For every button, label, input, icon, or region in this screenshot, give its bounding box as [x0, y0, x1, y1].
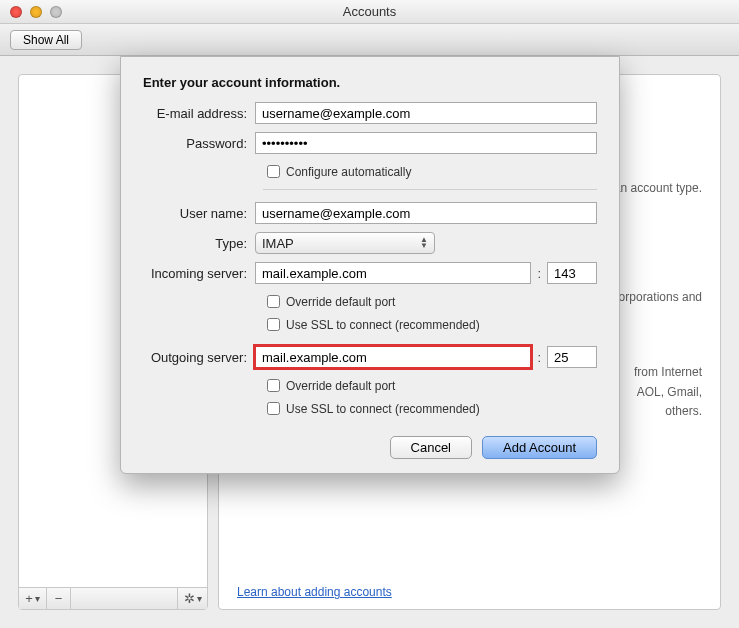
email-field[interactable] [255, 102, 597, 124]
port-separator: : [531, 266, 547, 281]
accounts-list-footer: +▾ − ✲▾ [19, 587, 207, 609]
outgoing-ssl-label: Use SSL to connect (recommended) [286, 402, 480, 416]
email-label: E-mail address: [143, 106, 255, 121]
remove-account-button[interactable]: − [47, 588, 71, 609]
toolbar: Show All [0, 24, 739, 56]
outgoing-override-port-label: Override default port [286, 379, 395, 393]
username-label: User name: [143, 206, 255, 221]
select-stepper-icon: ▲▼ [420, 237, 428, 249]
incoming-port-field[interactable] [547, 262, 597, 284]
window-title: Accounts [0, 4, 739, 19]
type-label: Type: [143, 236, 255, 251]
minus-icon: − [55, 591, 63, 606]
gear-icon: ✲ [184, 591, 195, 606]
add-account-button[interactable]: Add Account [482, 436, 597, 459]
type-value: IMAP [262, 236, 294, 251]
add-account-sheet: Enter your account information. E-mail a… [120, 56, 620, 474]
minimize-window-button[interactable] [30, 6, 42, 18]
password-label: Password: [143, 136, 255, 151]
zoom-window-button[interactable] [50, 6, 62, 18]
incoming-label: Incoming server: [143, 266, 255, 281]
outgoing-ssl-checkbox[interactable] [267, 402, 280, 415]
incoming-override-port-checkbox[interactable] [267, 295, 280, 308]
cancel-button[interactable]: Cancel [390, 436, 472, 459]
username-field[interactable] [255, 202, 597, 224]
plus-icon: + [25, 591, 33, 606]
chevron-down-icon: ▾ [197, 593, 202, 604]
port-separator: : [531, 350, 547, 365]
outgoing-port-field[interactable] [547, 346, 597, 368]
type-select[interactable]: IMAP ▲▼ [255, 232, 435, 254]
show-all-button[interactable]: Show All [10, 30, 82, 50]
outgoing-override-port-checkbox[interactable] [267, 379, 280, 392]
incoming-server-field[interactable] [255, 262, 531, 284]
configure-auto-label: Configure automatically [286, 165, 411, 179]
learn-link[interactable]: Learn about adding accounts [237, 585, 392, 599]
configure-auto-checkbox[interactable] [267, 165, 280, 178]
chevron-down-icon: ▾ [35, 593, 40, 604]
incoming-ssl-label: Use SSL to connect (recommended) [286, 318, 480, 332]
outgoing-server-field[interactable] [255, 346, 531, 368]
incoming-override-port-label: Override default port [286, 295, 395, 309]
section-divider [263, 189, 597, 190]
close-window-button[interactable] [10, 6, 22, 18]
outgoing-label: Outgoing server: [143, 350, 255, 365]
add-account-button[interactable]: +▾ [19, 588, 47, 609]
password-field[interactable] [255, 132, 597, 154]
sheet-title: Enter your account information. [143, 75, 597, 90]
incoming-ssl-checkbox[interactable] [267, 318, 280, 331]
account-actions-button[interactable]: ✲▾ [177, 588, 207, 609]
window-titlebar: Accounts [0, 0, 739, 24]
